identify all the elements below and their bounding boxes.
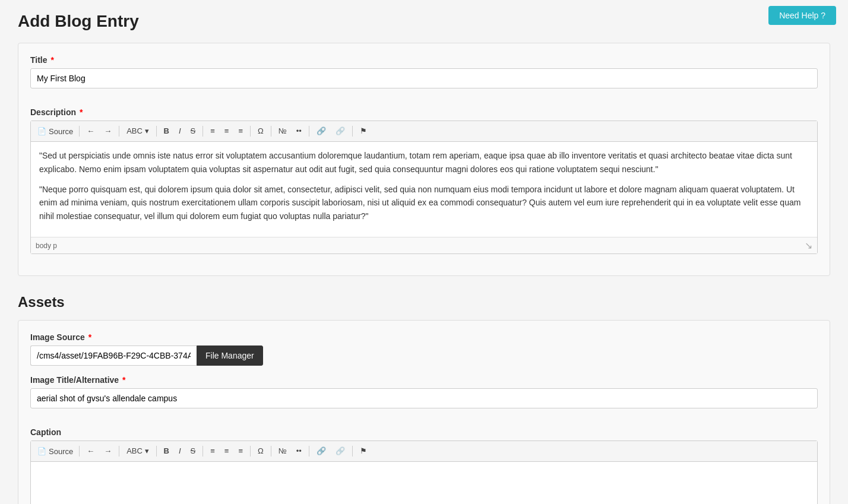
caption-italic-button[interactable]: I — [175, 443, 185, 459]
caption-redo-button[interactable]: → — [100, 443, 116, 459]
need-help-button[interactable]: Need Help ? — [768, 6, 836, 25]
caption-content[interactable] — [31, 462, 817, 504]
caption-unordered-list-button[interactable]: •• — [292, 443, 306, 459]
caption-toolbar: 📄 Source ← → ABC ▾ B I S ≡ ≡ ≡ — [31, 441, 817, 462]
image-title-field-group: Image Title/Alternative * — [30, 375, 818, 418]
description-field-group: Description * 📄 Source ← → ABC ▾ B I — [30, 107, 818, 254]
caption-toolbar-sep-7 — [309, 446, 309, 457]
strikethrough-button[interactable]: S — [186, 123, 200, 139]
align-left-button[interactable]: ≡ — [206, 123, 219, 139]
caption-toolbar-sep-3 — [156, 446, 157, 457]
image-source-input[interactable] — [30, 345, 197, 366]
description-content[interactable]: "Sed ut perspiciatis unde omnis iste nat… — [31, 142, 817, 237]
title-input[interactable] — [30, 68, 818, 88]
redo-button[interactable]: → — [100, 123, 116, 139]
toolbar-sep-6 — [271, 126, 271, 137]
caption-align-right-button[interactable]: ≡ — [234, 443, 247, 459]
caption-toolbar-sep-8 — [352, 446, 353, 457]
description-paragraph-1: "Sed ut perspiciatis unde omnis iste nat… — [39, 149, 809, 176]
image-source-field-group: Image Source * File Manager — [30, 332, 818, 366]
toolbar-sep-8 — [352, 126, 353, 137]
italic-button[interactable]: I — [175, 123, 185, 139]
ordered-list-button[interactable]: № — [274, 123, 291, 139]
caption-spellcheck-button[interactable]: ABC ▾ — [122, 443, 153, 459]
toolbar-sep-3 — [156, 126, 157, 137]
toolbar-sep-1 — [79, 126, 80, 137]
image-title-required-marker: * — [120, 375, 125, 385]
caption-toolbar-sep-1 — [79, 446, 80, 457]
toolbar-sep-2 — [119, 126, 119, 137]
bold-button[interactable]: B — [160, 123, 173, 139]
align-right-button[interactable]: ≡ — [234, 123, 247, 139]
caption-ordered-list-button[interactable]: № — [274, 443, 291, 459]
caption-bold-button[interactable]: B — [160, 443, 173, 459]
undo-button[interactable]: ← — [83, 123, 99, 139]
caption-source-doc-icon: 📄 — [37, 447, 46, 455]
align-center-button[interactable]: ≡ — [220, 123, 233, 139]
title-label: Title * — [30, 55, 818, 65]
caption-toolbar-sep-4 — [202, 446, 203, 457]
caption-align-left-button[interactable]: ≡ — [206, 443, 219, 459]
caption-source-btn[interactable]: 📄 Source — [34, 445, 76, 458]
image-title-input[interactable] — [30, 388, 818, 408]
source-doc-icon: 📄 — [37, 127, 46, 135]
image-source-row: File Manager — [30, 345, 818, 366]
link-button[interactable]: 🔗 — [312, 123, 330, 139]
caption-field-group: Caption 📄 Source ← → ABC ▾ B I S — [30, 427, 818, 504]
omega-button[interactable]: Ω — [254, 123, 268, 139]
caption-flag-button[interactable]: ⚑ — [356, 443, 371, 459]
description-label: Description * — [30, 107, 818, 117]
description-footer: body p ↘ — [31, 237, 817, 253]
toolbar-sep-4 — [202, 126, 203, 137]
image-source-label: Image Source * — [30, 332, 818, 342]
resize-handle[interactable]: ↘ — [805, 240, 812, 251]
caption-toolbar-sep-5 — [250, 446, 251, 457]
assets-section-title: Assets — [18, 294, 830, 310]
caption-toolbar-sep-2 — [119, 446, 119, 457]
caption-label: Caption — [30, 427, 818, 437]
entry-card: Title * Description * 📄 Source ← → — [18, 43, 830, 276]
caption-align-center-button[interactable]: ≡ — [220, 443, 233, 459]
caption-toolbar-sep-6 — [271, 446, 271, 457]
description-required-marker: * — [77, 107, 83, 117]
image-source-required-marker: * — [86, 332, 91, 342]
spellcheck-button[interactable]: ABC ▾ — [122, 123, 153, 139]
unlink-button[interactable]: 🔗 — [331, 123, 349, 139]
page-wrapper: Need Help ? Add Blog Entry Title * Descr… — [0, 0, 848, 504]
title-required-marker: * — [49, 55, 54, 65]
image-title-label: Image Title/Alternative * — [30, 375, 818, 385]
caption-editor: 📄 Source ← → ABC ▾ B I S ≡ ≡ ≡ — [30, 440, 818, 504]
description-editor: 📄 Source ← → ABC ▾ B I S ≡ ≡ ≡ — [30, 121, 818, 254]
file-manager-button[interactable]: File Manager — [197, 345, 263, 366]
toolbar-sep-7 — [309, 126, 309, 137]
title-field-group: Title * — [30, 55, 818, 98]
caption-undo-button[interactable]: ← — [83, 443, 99, 459]
caption-omega-button[interactable]: Ω — [254, 443, 268, 459]
unordered-list-button[interactable]: •• — [292, 123, 306, 139]
assets-card: Image Source * File Manager Image Title/… — [18, 320, 830, 504]
flag-button[interactable]: ⚑ — [356, 123, 371, 139]
toolbar-sep-5 — [250, 126, 251, 137]
description-paragraph-2: "Neque porro quisquam est, qui dolorem i… — [39, 183, 809, 223]
page-title: Add Blog Entry — [18, 12, 830, 31]
caption-unlink-button[interactable]: 🔗 — [331, 443, 349, 459]
description-source-btn[interactable]: 📄 Source — [34, 125, 76, 138]
description-toolbar: 📄 Source ← → ABC ▾ B I S ≡ ≡ ≡ — [31, 121, 817, 142]
caption-strikethrough-button[interactable]: S — [186, 443, 200, 459]
caption-link-button[interactable]: 🔗 — [312, 443, 330, 459]
